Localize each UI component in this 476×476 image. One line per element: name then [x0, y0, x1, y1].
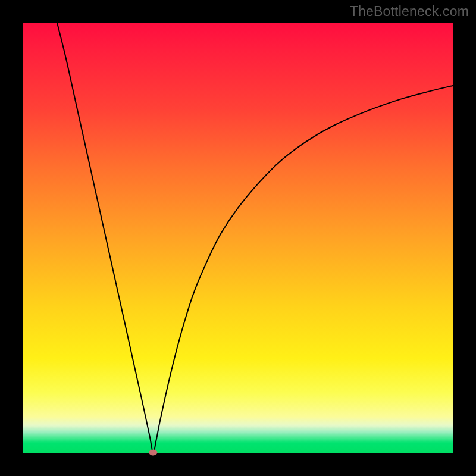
plot-area	[23, 23, 453, 453]
minimum-marker	[149, 450, 157, 456]
curve-layer	[23, 23, 453, 453]
chart-frame: TheBottleneck.com	[0, 0, 476, 476]
bottleneck-curve	[57, 23, 453, 453]
watermark-text: TheBottleneck.com	[350, 4, 469, 20]
